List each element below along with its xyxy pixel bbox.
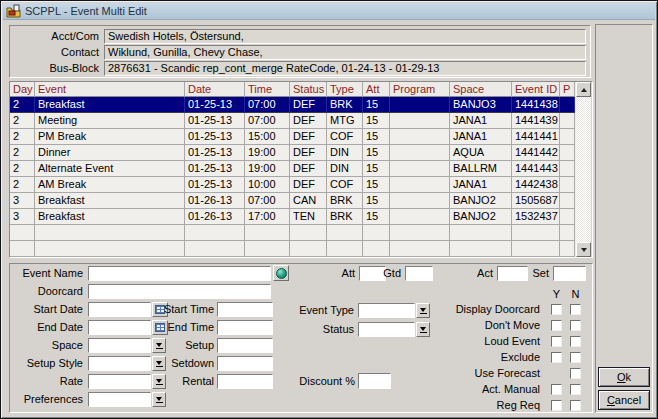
discount-input[interactable] bbox=[358, 373, 391, 389]
table-row[interactable]: 2Meeting01-25-1307:00DEFMTG15JANA1144143… bbox=[10, 113, 576, 129]
table-row[interactable]: 3Breakfast01-26-1317:00TENBRK15BANJO2153… bbox=[10, 209, 576, 225]
table-cell-att[interactable]: 15 bbox=[363, 161, 390, 177]
table-cell-date[interactable]: 01-25-13 bbox=[185, 145, 245, 161]
table-cell-event_id[interactable]: 1441441 bbox=[512, 129, 560, 145]
yes-checkbox[interactable] bbox=[551, 352, 562, 363]
table-cell-att[interactable] bbox=[363, 225, 390, 241]
table-cell-day[interactable] bbox=[10, 241, 35, 257]
gtd-input[interactable] bbox=[405, 266, 433, 281]
table-cell-att[interactable]: 15 bbox=[363, 129, 390, 145]
table-cell-time[interactable]: 10:00 bbox=[245, 177, 290, 193]
table-cell-type[interactable]: DIN bbox=[327, 161, 363, 177]
table-cell-p[interactable] bbox=[560, 161, 575, 177]
column-header-program[interactable]: Program bbox=[390, 82, 450, 97]
act-input[interactable] bbox=[497, 266, 528, 281]
table-cell-day[interactable]: 2 bbox=[10, 97, 35, 113]
table-cell-date[interactable]: 01-25-13 bbox=[185, 161, 245, 177]
table-cell-space[interactable]: BANJO3 bbox=[450, 97, 512, 113]
table-cell-att[interactable]: 15 bbox=[363, 209, 390, 225]
table-cell-type[interactable]: MTG bbox=[327, 113, 363, 129]
table-cell-type[interactable]: BRK bbox=[327, 209, 363, 225]
set-input[interactable] bbox=[553, 266, 586, 281]
table-cell-time[interactable]: 07:00 bbox=[245, 97, 290, 113]
no-checkbox[interactable] bbox=[570, 336, 581, 347]
contact-field[interactable]: Wiklund, Gunilla, Chevy Chase, bbox=[104, 45, 586, 60]
table-cell-time[interactable]: 17:00 bbox=[245, 209, 290, 225]
table-cell-date[interactable]: 01-25-13 bbox=[185, 113, 245, 129]
table-cell-day[interactable] bbox=[10, 225, 35, 241]
table-cell-type[interactable] bbox=[327, 241, 363, 257]
table-cell-time[interactable]: 07:00 bbox=[245, 113, 290, 129]
table-cell-program[interactable] bbox=[390, 177, 450, 193]
column-header-att[interactable]: Att bbox=[363, 82, 390, 97]
yes-checkbox[interactable] bbox=[551, 336, 562, 347]
table-cell-event[interactable] bbox=[35, 225, 185, 241]
table-cell-status[interactable]: DEF bbox=[290, 129, 327, 145]
table-cell-event_id[interactable]: 1441443 bbox=[512, 161, 560, 177]
table-cell-program[interactable] bbox=[390, 193, 450, 209]
table-cell-space[interactable]: AQUA bbox=[450, 145, 512, 161]
yes-checkbox[interactable] bbox=[551, 320, 562, 331]
column-header-p[interactable]: P bbox=[560, 82, 575, 97]
table-cell-program[interactable] bbox=[390, 129, 450, 145]
table-cell-space[interactable]: JANA1 bbox=[450, 113, 512, 129]
table-cell-event[interactable] bbox=[35, 241, 185, 257]
table-cell-date[interactable]: 01-26-13 bbox=[185, 209, 245, 225]
no-checkbox[interactable] bbox=[570, 384, 581, 395]
table-cell-status[interactable] bbox=[290, 241, 327, 257]
setup-input[interactable] bbox=[217, 338, 273, 353]
table-row[interactable]: 2Alternate Event01-25-1319:00DEFDIN15BAL… bbox=[10, 161, 576, 177]
table-cell-p[interactable] bbox=[560, 209, 575, 225]
table-cell-day[interactable]: 2 bbox=[10, 129, 35, 145]
table-cell-space[interactable]: JANA1 bbox=[450, 177, 512, 193]
table-cell-status[interactable]: CAN bbox=[290, 193, 327, 209]
table-cell-p[interactable] bbox=[560, 193, 575, 209]
table-cell-event[interactable]: PM Break bbox=[35, 129, 185, 145]
table-row[interactable] bbox=[10, 225, 576, 241]
table-cell-p[interactable] bbox=[560, 225, 575, 241]
table-cell-date[interactable]: 01-26-13 bbox=[185, 193, 245, 209]
table-cell-type[interactable]: COF bbox=[327, 177, 363, 193]
column-header-day[interactable]: Day bbox=[10, 82, 35, 97]
table-row[interactable]: 2PM Break01-25-1315:00DEFCOF15JANA114414… bbox=[10, 129, 576, 145]
table-row[interactable]: 3Breakfast01-26-1307:00CANBRK15BANJO2150… bbox=[10, 193, 576, 209]
table-cell-space[interactable] bbox=[450, 225, 512, 241]
table-cell-date[interactable] bbox=[185, 241, 245, 257]
table-cell-day[interactable]: 2 bbox=[10, 113, 35, 129]
table-cell-event[interactable]: Breakfast bbox=[35, 97, 185, 113]
events-grid-scrollbar[interactable] bbox=[576, 82, 591, 257]
table-cell-event_id[interactable] bbox=[512, 225, 560, 241]
setdown-input[interactable] bbox=[217, 356, 273, 371]
table-cell-program[interactable] bbox=[390, 241, 450, 257]
ok-button[interactable]: Ok bbox=[598, 367, 650, 387]
end-date-input[interactable] bbox=[88, 320, 151, 335]
table-cell-program[interactable] bbox=[390, 225, 450, 241]
table-cell-type[interactable]: BRK bbox=[327, 193, 363, 209]
table-cell-day[interactable]: 3 bbox=[10, 209, 35, 225]
preferences-select[interactable] bbox=[88, 392, 151, 407]
scroll-up-button[interactable] bbox=[576, 82, 591, 97]
table-cell-day[interactable]: 2 bbox=[10, 177, 35, 193]
table-cell-time[interactable]: 07:00 bbox=[245, 193, 290, 209]
table-cell-status[interactable]: DEF bbox=[290, 145, 327, 161]
table-cell-att[interactable]: 15 bbox=[363, 145, 390, 161]
table-cell-p[interactable] bbox=[560, 177, 575, 193]
doorcard-input[interactable] bbox=[88, 284, 271, 299]
table-cell-type[interactable]: COF bbox=[327, 129, 363, 145]
event-name-input[interactable] bbox=[88, 266, 271, 281]
scroll-down-button[interactable] bbox=[576, 242, 591, 257]
table-cell-event[interactable]: Breakfast bbox=[35, 209, 185, 225]
table-row[interactable] bbox=[10, 241, 576, 257]
table-cell-att[interactable]: 15 bbox=[363, 177, 390, 193]
table-cell-time[interactable]: 15:00 bbox=[245, 129, 290, 145]
table-cell-event_id[interactable] bbox=[512, 241, 560, 257]
table-cell-date[interactable] bbox=[185, 225, 245, 241]
table-cell-event_id[interactable]: 1505687 bbox=[512, 193, 560, 209]
column-header-event_id[interactable]: Event ID bbox=[512, 82, 560, 97]
table-cell-time[interactable] bbox=[245, 241, 290, 257]
table-cell-space[interactable]: BANJO2 bbox=[450, 193, 512, 209]
table-cell-space[interactable]: BALLRM bbox=[450, 161, 512, 177]
table-cell-event[interactable]: Breakfast bbox=[35, 193, 185, 209]
table-cell-att[interactable]: 15 bbox=[363, 113, 390, 129]
table-row[interactable]: 2Breakfast01-25-1307:00DEFBRK15BANJO3144… bbox=[10, 97, 576, 113]
